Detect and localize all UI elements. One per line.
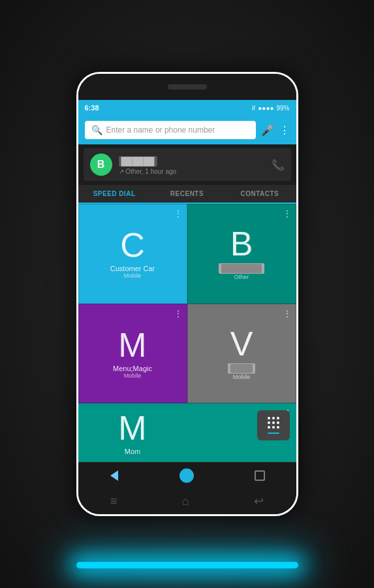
call-info: ██████ ↗ Other, 1 hour ago [119,155,265,175]
tile-name-1 [219,263,264,274]
search-input-area[interactable]: 🔍 Enter a name or phone number [85,121,256,139]
search-placeholder: Enter a name or phone number [106,125,249,135]
tile-type-3: Mobile [233,374,251,380]
status-hash: # [252,105,256,112]
tab-recents[interactable]: RECENTS [151,185,223,203]
speed-dial-tile-2[interactable]: ⋮ M Menu;Magic Mobile [78,304,187,404]
tile-type-0: Mobile [124,272,142,279]
recents-square [255,470,265,481]
call-phone-icon[interactable]: 📞 [272,159,285,171]
nav-home-button[interactable] [178,466,196,485]
avatar-b: B [90,154,112,176]
tile-more-2[interactable]: ⋮ [174,308,183,319]
tab-contacts[interactable]: CONTACTS [223,185,296,203]
speed-dial-grid: ⋮ C Customer Car Mobile ⋮ B Other [78,204,296,403]
more-icon[interactable]: ⋮ [279,124,290,137]
hw-menu[interactable]: ≡ [110,495,117,508]
mic-icon[interactable]: 🎤 [261,124,274,137]
nav-recents-button[interactable] [251,466,269,485]
call-detail: ↗ Other, 1 hour ago [119,168,265,175]
status-bar: 6:38 # ●●●● 99% [78,100,296,116]
status-right: # ●●●● 99% [252,105,290,112]
speaker [168,84,207,90]
tile-more-1[interactable]: ⋮ [283,208,292,219]
hw-back[interactable]: ↩ [254,494,264,508]
phone-nav [78,462,296,488]
speed-dial-tile-3[interactable]: ⋮ V Mobile [187,304,296,404]
tile-name-mom: Mom [125,448,140,455]
tile-type-2: Mobile [124,372,142,379]
speed-dial-tile-mom[interactable]: ⋮ M Mom [78,403,296,462]
tile-type-1: Other [234,274,249,280]
back-triangle [110,470,118,481]
tile-more-3[interactable]: ⋮ [283,308,292,319]
speed-dial-tile-0[interactable]: ⋮ C Customer Car Mobile [78,204,187,304]
tab-speed-dial[interactable]: SPEED DIAL [78,185,151,204]
tile-name-3 [228,363,255,374]
glow-bar [76,562,298,568]
tile-letter-1: B [230,227,253,261]
outer-background: 6:38 # ●●●● 99% 🔍 Enter a name or phone … [0,0,374,588]
status-time: 6:38 [85,104,99,112]
tile-more-0[interactable]: ⋮ [174,208,183,219]
call-name: ██████ [119,156,157,167]
tile-letter-2: M [118,328,146,362]
phone-top [78,74,296,100]
nav-back-button[interactable] [105,466,123,485]
screen: 6:38 # ●●●● 99% 🔍 Enter a name or phone … [78,100,296,488]
search-bar: 🔍 Enter a name or phone number 🎤 ⋮ [78,116,296,144]
tile-name-0: Customer Car [110,265,155,272]
phone-frame: 6:38 # ●●●● 99% 🔍 Enter a name or phone … [76,72,298,516]
dialpad-popup[interactable] [257,410,290,440]
dialpad-underline [268,433,279,434]
search-icon: 🔍 [91,125,102,135]
home-circle [179,468,194,483]
tile-letter-0: C [120,228,145,262]
tile-name-2: Menu;Magic [113,365,152,372]
tabs: SPEED DIAL RECENTS CONTACTS [78,185,296,204]
speed-dial-tile-1[interactable]: ⋮ B Other [187,204,296,304]
tile-letter-3: V [230,327,253,361]
hw-home[interactable]: ⌂ [182,495,189,508]
phone-bottom: ≡ ⌂ ↩ [78,488,296,514]
status-signal: ●●●● [258,105,273,112]
mom-tile-content: M Mom [78,404,187,462]
status-battery: 99% [276,105,289,112]
tile-letter-mom: M [118,411,146,445]
recent-call-item[interactable]: B ██████ ↗ Other, 1 hour ago 📞 [84,148,291,181]
dialpad-grid [268,417,279,429]
